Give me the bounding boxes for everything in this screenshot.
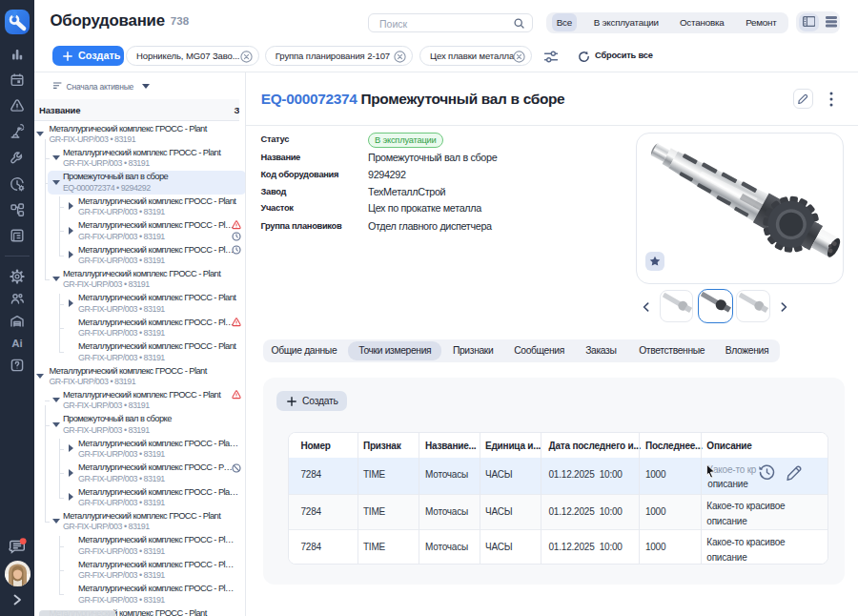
svg-text:Ai: Ai — [11, 338, 23, 349]
